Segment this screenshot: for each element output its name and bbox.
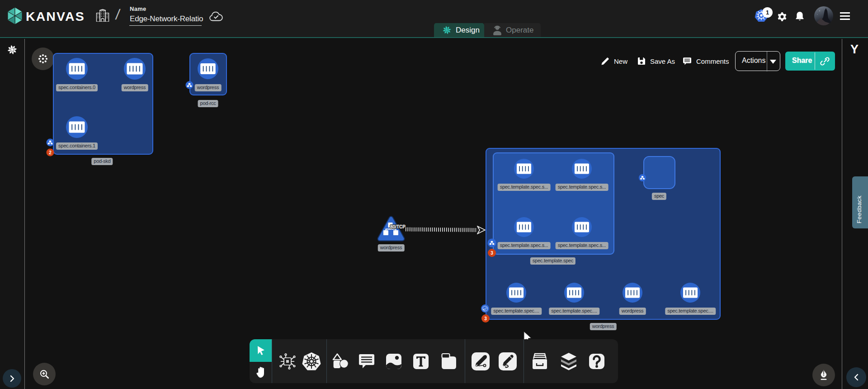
svg-text:80/TCP: 80/TCP bbox=[390, 224, 406, 229]
